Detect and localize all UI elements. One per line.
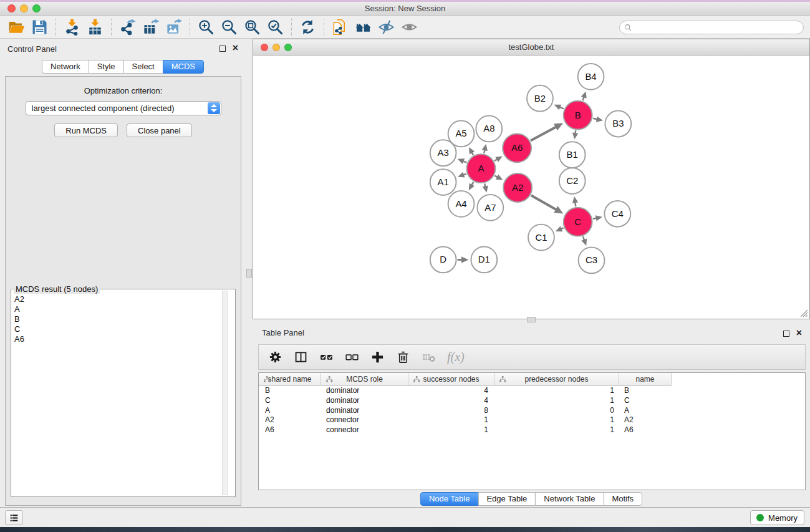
table-cell[interactable]: A6 bbox=[619, 425, 672, 435]
table-cell[interactable]: 0 bbox=[494, 406, 619, 416]
toolbar-button-zoom-in[interactable] bbox=[195, 17, 218, 37]
column-header-MCDS-role[interactable]: MCDS role bbox=[321, 373, 408, 386]
table-cell[interactable]: connector bbox=[321, 425, 408, 435]
toolbar-button-zoom-out[interactable] bbox=[218, 17, 241, 37]
toolbar-button-export-table[interactable] bbox=[139, 17, 162, 37]
table-tool-delete-row[interactable] bbox=[395, 349, 411, 365]
search-box[interactable] bbox=[619, 21, 804, 34]
table-cell[interactable]: A6 bbox=[259, 425, 321, 435]
table-cell[interactable]: 1 bbox=[494, 386, 619, 396]
edge-B-B2[interactable] bbox=[559, 107, 564, 109]
table-cell[interactable]: dominator bbox=[321, 386, 408, 396]
table-cell[interactable]: A bbox=[259, 406, 321, 416]
window-resize-grip[interactable] bbox=[798, 307, 808, 317]
table-cell[interactable]: 8 bbox=[408, 406, 494, 416]
graph-node-A6[interactable]: A6 bbox=[503, 133, 531, 162]
table-tool-settings-gear[interactable] bbox=[267, 349, 283, 365]
horizontal-splitter-grip[interactable] bbox=[527, 317, 536, 322]
table-cell[interactable]: B bbox=[619, 386, 672, 396]
toolbar-button-open-file[interactable] bbox=[5, 17, 28, 37]
table-row-a2[interactable]: A2connector11A2 bbox=[259, 415, 805, 425]
table-cell[interactable]: C bbox=[619, 396, 672, 406]
graph-node-B4[interactable]: B4 bbox=[578, 64, 604, 90]
mcds-result-item-b[interactable]: B bbox=[14, 314, 235, 324]
toolbar-button-export-network[interactable] bbox=[116, 17, 139, 37]
toolbar-button-zoom-fit[interactable] bbox=[241, 17, 264, 37]
graph-node-A8[interactable]: A8 bbox=[476, 116, 502, 142]
close-panel-icon[interactable]: × bbox=[233, 42, 238, 54]
edge-A6-B[interactable] bbox=[531, 127, 556, 140]
table-row-a[interactable]: Adominator80A bbox=[259, 406, 805, 416]
toolbar-button-refresh-layout[interactable] bbox=[296, 17, 319, 37]
edge-B-B3[interactable] bbox=[593, 118, 597, 119]
table-row-b[interactable]: Bdominator41B bbox=[259, 386, 805, 396]
graph-node-C3[interactable]: C3 bbox=[579, 248, 605, 274]
table-tab-node-table[interactable]: Node Table bbox=[420, 492, 479, 506]
mcds-result-item-a[interactable]: A bbox=[14, 304, 235, 314]
network-canvas[interactable]: B4B2BB3A8A5A6A3B1AC2A1A2A4A7C4CC1C3DD1 bbox=[253, 56, 809, 319]
graph-node-B3[interactable]: B3 bbox=[605, 111, 631, 137]
graph-node-A2[interactable]: A2 bbox=[503, 173, 532, 202]
toolbar-button-zoom-selected[interactable] bbox=[264, 17, 287, 37]
toolbar-button-network-from-file[interactable] bbox=[329, 17, 352, 37]
table-row-c[interactable]: Cdominator41C bbox=[259, 396, 805, 406]
run-mcds-button[interactable]: Run MCDS bbox=[54, 123, 118, 137]
task-list-button[interactable] bbox=[5, 510, 23, 525]
graph-node-B2[interactable]: B2 bbox=[527, 85, 553, 112]
toolbar-button-import-table[interactable] bbox=[84, 17, 107, 37]
table-tool-columns[interactable] bbox=[292, 349, 309, 365]
graph-node-D1[interactable]: D1 bbox=[471, 247, 497, 273]
table-cell[interactable]: 1 bbox=[408, 425, 494, 435]
toolbar-button-show-graphics[interactable] bbox=[398, 17, 421, 37]
table-cell[interactable]: dominator bbox=[321, 396, 408, 406]
table-tab-edge-table[interactable]: Edge Table bbox=[478, 492, 536, 506]
zoom-traffic-light[interactable] bbox=[32, 4, 41, 12]
tab-select[interactable]: Select bbox=[123, 60, 163, 74]
graph-node-B1[interactable]: B1 bbox=[559, 142, 586, 168]
table-tool-select-all[interactable] bbox=[318, 349, 334, 365]
network-graph[interactable]: B4B2BB3A8A5A6A3B1AC2A1A2A4A7C4CC1C3DD1 bbox=[253, 56, 809, 319]
network-minimize-traffic-light[interactable] bbox=[272, 44, 280, 51]
graph-node-C1[interactable]: C1 bbox=[528, 225, 554, 251]
graph-node-C4[interactable]: C4 bbox=[604, 201, 630, 227]
graph-node-A[interactable]: A bbox=[466, 154, 495, 183]
network-zoom-traffic-light[interactable] bbox=[284, 44, 292, 51]
toolbar-button-export-image[interactable] bbox=[162, 17, 185, 37]
criterion-dropdown[interactable]: largest connected component (directed) bbox=[26, 101, 221, 115]
mcds-result-item-c[interactable]: C bbox=[14, 324, 235, 334]
table-close-panel-icon[interactable]: × bbox=[796, 327, 802, 339]
graph-node-C2[interactable]: C2 bbox=[559, 168, 586, 194]
graph-node-A3[interactable]: A3 bbox=[430, 140, 456, 166]
table-cell[interactable]: A bbox=[619, 406, 672, 416]
toolbar-button-show-panels[interactable] bbox=[352, 17, 375, 37]
column-header-successor-nodes[interactable]: successor nodes bbox=[408, 373, 494, 386]
edge-C-C2[interactable] bbox=[575, 202, 576, 206]
table-tool-add-row[interactable] bbox=[369, 349, 385, 365]
float-panel-icon[interactable] bbox=[219, 46, 226, 52]
tab-style[interactable]: Style bbox=[89, 60, 124, 74]
graph-node-A4[interactable]: A4 bbox=[448, 191, 475, 217]
table-cell[interactable]: C bbox=[259, 396, 321, 406]
mcds-result-item-a6[interactable]: A6 bbox=[14, 334, 235, 344]
table-tab-network-table[interactable]: Network Table bbox=[535, 492, 604, 506]
network-close-traffic-light[interactable] bbox=[261, 44, 268, 51]
graph-node-A1[interactable]: A1 bbox=[430, 169, 456, 195]
table-cell[interactable]: A2 bbox=[619, 415, 672, 425]
toolbar-button-save-session[interactable] bbox=[28, 17, 51, 37]
graph-node-B[interactable]: B bbox=[564, 101, 592, 130]
tab-network[interactable]: Network bbox=[42, 60, 89, 74]
table-cell[interactable]: 1 bbox=[494, 415, 619, 425]
graph-node-C[interactable]: C bbox=[564, 208, 592, 236]
minimize-traffic-light[interactable] bbox=[20, 4, 28, 12]
result-scrollbar[interactable] bbox=[222, 291, 228, 495]
mcds-result-item-a2[interactable]: A2 bbox=[14, 294, 235, 304]
table-float-panel-icon[interactable] bbox=[783, 331, 789, 337]
table-cell[interactable]: 4 bbox=[408, 396, 494, 406]
close-traffic-light[interactable] bbox=[7, 4, 16, 12]
table-cell[interactable]: B bbox=[259, 386, 321, 396]
graph-node-A7[interactable]: A7 bbox=[477, 195, 503, 221]
table-cell[interactable]: 4 bbox=[408, 386, 494, 396]
table-tab-motifs[interactable]: Motifs bbox=[603, 492, 642, 506]
column-header-predecessor-nodes[interactable]: predecessor nodes bbox=[494, 373, 619, 386]
table-cell[interactable]: 1 bbox=[494, 396, 619, 406]
